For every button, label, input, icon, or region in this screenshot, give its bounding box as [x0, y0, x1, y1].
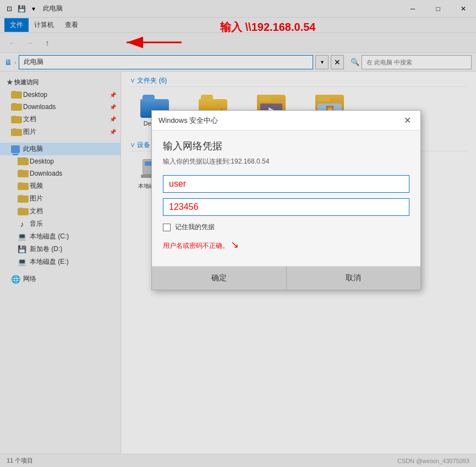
confirm-button[interactable]: 确定: [152, 267, 287, 290]
dialog-buttons: 确定 取消: [152, 266, 420, 290]
dialog-title-text: Windows 安全中心: [158, 116, 218, 126]
error-message: 用户名或密码不正确。 ↘: [163, 238, 409, 251]
error-arrow: ↘: [231, 239, 239, 250]
dialog-heading: 输入网络凭据: [163, 139, 409, 153]
username-input[interactable]: [163, 175, 409, 193]
password-field: [163, 198, 409, 216]
credentials-dialog: Windows 安全中心 ✕ 输入网络凭据 输入你的凭据以连接到:192.168…: [151, 110, 421, 290]
cancel-button[interactable]: 取消: [287, 267, 421, 290]
username-field: [163, 175, 409, 193]
password-input[interactable]: [163, 198, 409, 216]
dialog-close-button[interactable]: ✕: [401, 114, 414, 127]
dialog-body: 输入网络凭据 输入你的凭据以连接到:192.168.0.54 记住我的凭据 用户…: [152, 131, 420, 264]
remember-checkbox[interactable]: [163, 224, 171, 231]
dialog-titlebar: Windows 安全中心 ✕: [152, 111, 420, 131]
remember-credentials-row: 记住我的凭据: [163, 222, 409, 232]
dialog-subtitle: 输入你的凭据以连接到:192.168.0.54: [163, 157, 409, 166]
remember-label: 记住我的凭据: [175, 222, 215, 232]
